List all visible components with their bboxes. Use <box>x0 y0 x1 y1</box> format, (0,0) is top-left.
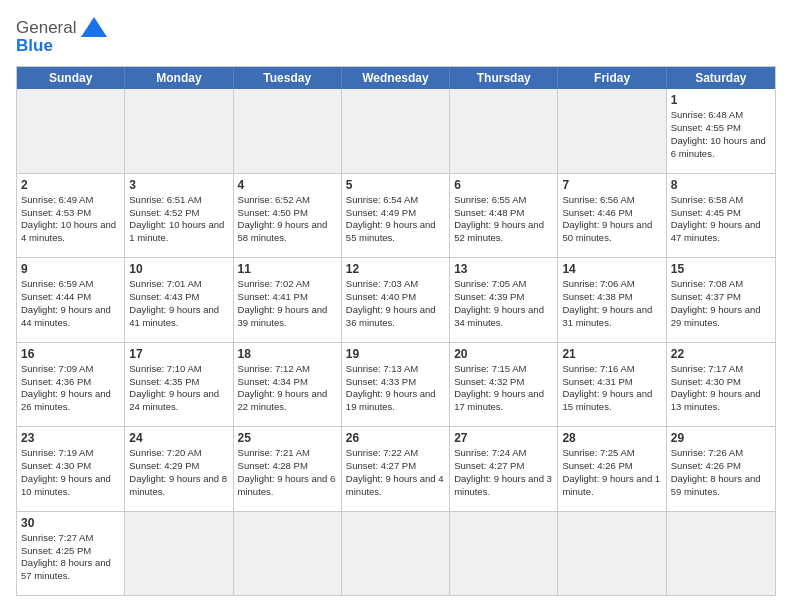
day-number: 4 <box>238 177 337 193</box>
day-number: 17 <box>129 346 228 362</box>
day-info: Sunrise: 7:06 AM Sunset: 4:38 PM Dayligh… <box>562 278 652 327</box>
day-number: 8 <box>671 177 771 193</box>
calendar-body: 1Sunrise: 6:48 AM Sunset: 4:55 PM Daylig… <box>17 89 775 595</box>
calendar-row-2: 9Sunrise: 6:59 AM Sunset: 4:44 PM Daylig… <box>17 258 775 343</box>
day-number: 10 <box>129 261 228 277</box>
day-info: Sunrise: 7:20 AM Sunset: 4:29 PM Dayligh… <box>129 447 227 496</box>
day-number: 23 <box>21 430 120 446</box>
calendar-row-4: 23Sunrise: 7:19 AM Sunset: 4:30 PM Dayli… <box>17 427 775 512</box>
day-number: 18 <box>238 346 337 362</box>
day-cell-12: 12Sunrise: 7:03 AM Sunset: 4:40 PM Dayli… <box>342 258 450 342</box>
day-cell-11: 11Sunrise: 7:02 AM Sunset: 4:41 PM Dayli… <box>234 258 342 342</box>
day-info: Sunrise: 7:01 AM Sunset: 4:43 PM Dayligh… <box>129 278 219 327</box>
calendar-row-3: 16Sunrise: 7:09 AM Sunset: 4:36 PM Dayli… <box>17 343 775 428</box>
day-info: Sunrise: 7:13 AM Sunset: 4:33 PM Dayligh… <box>346 363 436 412</box>
calendar: SundayMondayTuesdayWednesdayThursdayFrid… <box>16 66 776 596</box>
day-number: 20 <box>454 346 553 362</box>
day-header-sunday: Sunday <box>17 67 125 89</box>
day-cell-1: 1Sunrise: 6:48 AM Sunset: 4:55 PM Daylig… <box>667 89 775 173</box>
day-number: 24 <box>129 430 228 446</box>
day-number: 7 <box>562 177 661 193</box>
day-number: 27 <box>454 430 553 446</box>
day-header-monday: Monday <box>125 67 233 89</box>
day-number: 28 <box>562 430 661 446</box>
empty-cell <box>125 89 233 173</box>
empty-cell <box>667 512 775 596</box>
day-info: Sunrise: 7:03 AM Sunset: 4:40 PM Dayligh… <box>346 278 436 327</box>
day-cell-24: 24Sunrise: 7:20 AM Sunset: 4:29 PM Dayli… <box>125 427 233 511</box>
day-cell-22: 22Sunrise: 7:17 AM Sunset: 4:30 PM Dayli… <box>667 343 775 427</box>
day-info: Sunrise: 7:22 AM Sunset: 4:27 PM Dayligh… <box>346 447 444 496</box>
day-cell-19: 19Sunrise: 7:13 AM Sunset: 4:33 PM Dayli… <box>342 343 450 427</box>
page: General Blue SundayMondayTuesdayWednesda… <box>0 0 792 612</box>
day-info: Sunrise: 7:08 AM Sunset: 4:37 PM Dayligh… <box>671 278 761 327</box>
calendar-row-1: 2Sunrise: 6:49 AM Sunset: 4:53 PM Daylig… <box>17 174 775 259</box>
day-cell-16: 16Sunrise: 7:09 AM Sunset: 4:36 PM Dayli… <box>17 343 125 427</box>
empty-cell <box>558 512 666 596</box>
svg-marker-0 <box>81 17 107 37</box>
day-number: 19 <box>346 346 445 362</box>
day-number: 12 <box>346 261 445 277</box>
day-info: Sunrise: 7:09 AM Sunset: 4:36 PM Dayligh… <box>21 363 111 412</box>
day-number: 26 <box>346 430 445 446</box>
day-cell-3: 3Sunrise: 6:51 AM Sunset: 4:52 PM Daylig… <box>125 174 233 258</box>
day-cell-28: 28Sunrise: 7:25 AM Sunset: 4:26 PM Dayli… <box>558 427 666 511</box>
day-header-wednesday: Wednesday <box>342 67 450 89</box>
day-info: Sunrise: 7:26 AM Sunset: 4:26 PM Dayligh… <box>671 447 761 496</box>
day-number: 21 <box>562 346 661 362</box>
day-number: 14 <box>562 261 661 277</box>
day-info: Sunrise: 7:19 AM Sunset: 4:30 PM Dayligh… <box>21 447 111 496</box>
day-info: Sunrise: 6:55 AM Sunset: 4:48 PM Dayligh… <box>454 194 544 243</box>
day-number: 2 <box>21 177 120 193</box>
day-info: Sunrise: 7:17 AM Sunset: 4:30 PM Dayligh… <box>671 363 761 412</box>
day-info: Sunrise: 6:54 AM Sunset: 4:49 PM Dayligh… <box>346 194 436 243</box>
day-number: 9 <box>21 261 120 277</box>
day-cell-29: 29Sunrise: 7:26 AM Sunset: 4:26 PM Dayli… <box>667 427 775 511</box>
day-info: Sunrise: 7:05 AM Sunset: 4:39 PM Dayligh… <box>454 278 544 327</box>
calendar-header: SundayMondayTuesdayWednesdayThursdayFrid… <box>17 67 775 89</box>
day-info: Sunrise: 6:59 AM Sunset: 4:44 PM Dayligh… <box>21 278 111 327</box>
day-info: Sunrise: 6:52 AM Sunset: 4:50 PM Dayligh… <box>238 194 328 243</box>
day-number: 29 <box>671 430 771 446</box>
day-cell-7: 7Sunrise: 6:56 AM Sunset: 4:46 PM Daylig… <box>558 174 666 258</box>
calendar-row-5: 30Sunrise: 7:27 AM Sunset: 4:25 PM Dayli… <box>17 512 775 596</box>
day-cell-6: 6Sunrise: 6:55 AM Sunset: 4:48 PM Daylig… <box>450 174 558 258</box>
day-number: 16 <box>21 346 120 362</box>
day-number: 30 <box>21 515 120 531</box>
empty-cell <box>450 89 558 173</box>
day-cell-5: 5Sunrise: 6:54 AM Sunset: 4:49 PM Daylig… <box>342 174 450 258</box>
day-number: 3 <box>129 177 228 193</box>
day-info: Sunrise: 7:24 AM Sunset: 4:27 PM Dayligh… <box>454 447 552 496</box>
logo-icon <box>80 16 108 38</box>
day-header-tuesday: Tuesday <box>234 67 342 89</box>
logo-blue-text: Blue <box>16 36 53 56</box>
day-info: Sunrise: 7:15 AM Sunset: 4:32 PM Dayligh… <box>454 363 544 412</box>
day-cell-13: 13Sunrise: 7:05 AM Sunset: 4:39 PM Dayli… <box>450 258 558 342</box>
day-header-saturday: Saturday <box>667 67 775 89</box>
empty-cell <box>125 512 233 596</box>
day-number: 15 <box>671 261 771 277</box>
empty-cell <box>342 89 450 173</box>
empty-cell <box>234 512 342 596</box>
day-number: 25 <box>238 430 337 446</box>
day-cell-20: 20Sunrise: 7:15 AM Sunset: 4:32 PM Dayli… <box>450 343 558 427</box>
day-info: Sunrise: 7:02 AM Sunset: 4:41 PM Dayligh… <box>238 278 328 327</box>
day-header-thursday: Thursday <box>450 67 558 89</box>
empty-cell <box>558 89 666 173</box>
day-header-friday: Friday <box>558 67 666 89</box>
day-cell-26: 26Sunrise: 7:22 AM Sunset: 4:27 PM Dayli… <box>342 427 450 511</box>
day-cell-18: 18Sunrise: 7:12 AM Sunset: 4:34 PM Dayli… <box>234 343 342 427</box>
day-cell-4: 4Sunrise: 6:52 AM Sunset: 4:50 PM Daylig… <box>234 174 342 258</box>
day-info: Sunrise: 6:48 AM Sunset: 4:55 PM Dayligh… <box>671 109 766 158</box>
day-cell-27: 27Sunrise: 7:24 AM Sunset: 4:27 PM Dayli… <box>450 427 558 511</box>
day-number: 5 <box>346 177 445 193</box>
day-info: Sunrise: 7:10 AM Sunset: 4:35 PM Dayligh… <box>129 363 219 412</box>
day-number: 11 <box>238 261 337 277</box>
day-info: Sunrise: 6:58 AM Sunset: 4:45 PM Dayligh… <box>671 194 761 243</box>
day-number: 13 <box>454 261 553 277</box>
day-cell-25: 25Sunrise: 7:21 AM Sunset: 4:28 PM Dayli… <box>234 427 342 511</box>
header: General Blue <box>16 16 776 56</box>
day-cell-23: 23Sunrise: 7:19 AM Sunset: 4:30 PM Dayli… <box>17 427 125 511</box>
empty-cell <box>450 512 558 596</box>
logo-text: General <box>16 18 76 38</box>
